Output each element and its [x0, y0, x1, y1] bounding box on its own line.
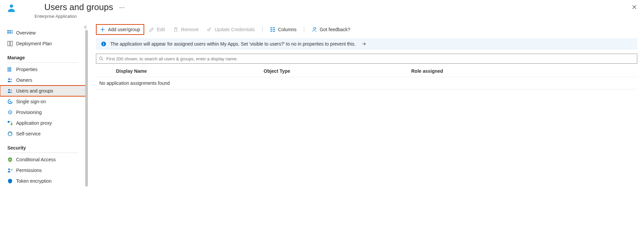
toolbar-label: Update Credentials	[215, 27, 255, 32]
svg-rect-2	[9, 30, 11, 32]
info-icon	[101, 41, 106, 47]
sidebar-item-overview[interactable]: Overview	[0, 27, 86, 38]
sidebar-item-label: Conditional Access	[16, 157, 56, 162]
svg-rect-27	[103, 43, 104, 43]
sidebar-item-single-sign-on[interactable]: Single sign-on	[0, 96, 86, 107]
toolbar-label: Remove	[181, 27, 199, 32]
sidebar-item-users-and-groups[interactable]: Users and groups	[0, 85, 86, 96]
svg-rect-19	[8, 121, 9, 123]
close-button[interactable]	[631, 3, 638, 11]
table-col-display-name[interactable]: Display Name	[109, 68, 257, 74]
app-user-icon	[7, 3, 16, 13]
sidebar-item-label: Users and groups	[16, 88, 53, 94]
svg-rect-7	[8, 41, 10, 46]
svg-point-15	[10, 90, 12, 91]
info-banner: The application will appear for assigned…	[96, 38, 637, 50]
update-credentials-button[interactable]: Update Credentials	[203, 24, 258, 35]
svg-point-28	[100, 57, 102, 60]
columns-icon	[270, 27, 275, 32]
toolbar-label: Add user/group	[108, 27, 140, 32]
page-header: Users and groups ··· Enterprise Applicat…	[0, 0, 644, 19]
table-empty-message: No application assignments found	[96, 77, 637, 90]
svg-point-22	[8, 169, 10, 170]
sidebar-item-token-encryption[interactable]: Token encryption	[0, 176, 86, 186]
info-text: The application will appear for assigned…	[110, 41, 356, 47]
toolbar-separator	[304, 26, 304, 33]
properties-icon	[7, 67, 13, 72]
pencil-icon	[149, 27, 154, 32]
banner-arrow-button[interactable]	[362, 42, 366, 46]
table-header: Display Name Object Type Role assigned	[96, 65, 637, 77]
svg-point-0	[10, 4, 13, 8]
page-subtitle: Enterprise Application	[21, 14, 125, 19]
search-box[interactable]	[96, 54, 637, 64]
plus-icon	[100, 27, 105, 32]
trash-icon	[173, 27, 178, 32]
sso-icon	[7, 99, 13, 104]
sidebar-item-owners[interactable]: Owners	[0, 75, 86, 85]
add-user-group-button[interactable]: Add user/group	[96, 24, 144, 35]
toolbar-label: Columns	[278, 27, 297, 32]
more-icon[interactable]: ···	[119, 3, 125, 11]
sidebar-item-provisioning[interactable]: Provisioning	[0, 107, 86, 118]
sidebar-item-label: Permissions	[16, 168, 42, 173]
toolbar-label: Edit	[157, 27, 165, 32]
page-title: Users and groups ···	[21, 2, 125, 12]
sidebar-item-label: Token encryption	[16, 178, 52, 184]
toolbar-label: Got feedback?	[320, 27, 350, 32]
remove-button[interactable]: Remove	[170, 24, 202, 35]
table-col-role-assigned[interactable]: Role assigned	[405, 68, 637, 74]
sidebar-item-deployment-plan[interactable]: Deployment Plan	[0, 38, 86, 49]
svg-rect-6	[11, 32, 13, 34]
book-icon	[7, 41, 13, 46]
svg-point-13	[10, 79, 12, 80]
feedback-icon	[312, 27, 317, 32]
main-content: Add user/group Edit Remove Update Creden…	[88, 19, 644, 186]
sidebar-section-security: Security	[0, 139, 86, 152]
svg-rect-4	[9, 32, 11, 34]
sidebar-item-label: Owners	[16, 77, 32, 83]
sidebar-item-label: Single sign-on	[16, 99, 46, 104]
proxy-icon	[7, 120, 13, 126]
svg-point-18	[10, 112, 11, 113]
svg-rect-20	[11, 123, 12, 125]
page-title-text: Users and groups	[44, 2, 113, 12]
key-icon	[207, 27, 212, 32]
search-icon	[99, 56, 104, 61]
sidebar-item-label: Overview	[16, 30, 36, 36]
overview-icon	[7, 30, 13, 36]
users-icon	[7, 88, 13, 94]
sidebar: Overview Deployment Plan Manage Properti…	[0, 19, 88, 186]
table-col-object-type[interactable]: Object Type	[257, 68, 405, 74]
collapse-sidebar-button[interactable]	[83, 24, 89, 30]
provisioning-icon	[7, 110, 13, 115]
svg-point-12	[8, 78, 10, 80]
feedback-button[interactable]: Got feedback?	[308, 24, 354, 35]
svg-rect-10	[9, 67, 10, 72]
toolbar: Add user/group Edit Remove Update Creden…	[96, 24, 637, 35]
sidebar-item-permissions[interactable]: Permissions	[0, 165, 86, 176]
search-input[interactable]	[106, 56, 634, 61]
sidebar-scrollbar[interactable]	[85, 30, 88, 186]
edit-button[interactable]: Edit	[146, 24, 168, 35]
sidebar-item-properties[interactable]: Properties	[0, 64, 86, 75]
svg-point-14	[8, 89, 10, 91]
permissions-icon	[7, 168, 13, 173]
sidebar-item-label: Provisioning	[16, 110, 42, 115]
sidebar-item-label: Deployment Plan	[16, 41, 52, 46]
toolbar-separator	[262, 26, 263, 33]
sidebar-divider	[7, 62, 78, 63]
svg-rect-1	[7, 30, 9, 32]
sidebar-divider	[7, 153, 78, 153]
svg-rect-11	[10, 67, 11, 72]
columns-button[interactable]: Columns	[267, 24, 300, 35]
svg-point-24	[313, 27, 315, 30]
sidebar-item-self-service[interactable]: Self-service	[0, 128, 86, 139]
sidebar-item-application-proxy[interactable]: Application proxy	[0, 118, 86, 128]
svg-rect-5	[11, 30, 13, 32]
sidebar-item-conditional-access[interactable]: Conditional Access	[0, 154, 86, 165]
svg-rect-8	[10, 41, 12, 46]
self-service-icon	[7, 131, 13, 136]
shield-icon	[7, 178, 13, 184]
svg-rect-9	[8, 67, 8, 72]
